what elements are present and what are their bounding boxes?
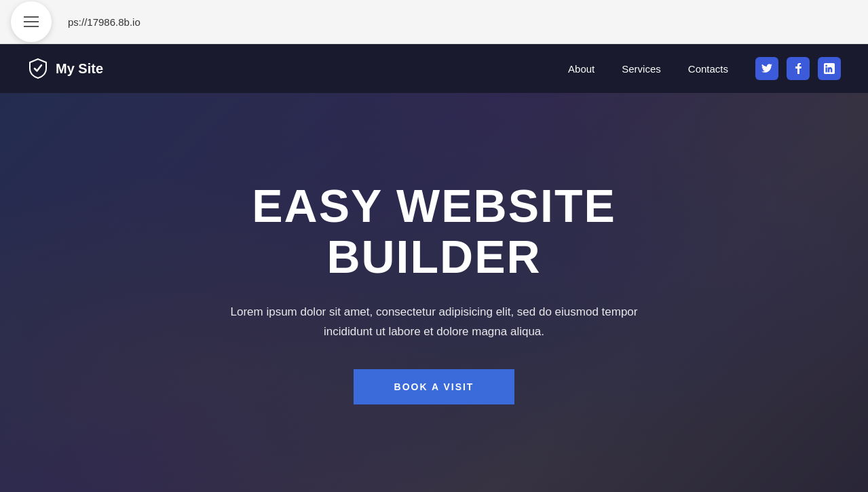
nav-links: About Services Contacts bbox=[568, 63, 728, 75]
twitter-icon[interactable] bbox=[755, 57, 778, 80]
shield-icon bbox=[27, 58, 49, 79]
hero-section: EASY WEBSITE BUILDER Lorem ipsum dolor s… bbox=[0, 93, 868, 492]
linkedin-icon[interactable] bbox=[818, 57, 841, 80]
browser-bar: ps://17986.8b.io bbox=[0, 0, 868, 44]
navbar: My Site About Services Contacts bbox=[0, 44, 868, 93]
hero-title: EASY WEBSITE BUILDER bbox=[252, 181, 616, 282]
nav-link-services[interactable]: Services bbox=[622, 63, 661, 75]
menu-button[interactable] bbox=[11, 1, 52, 42]
hero-content: EASY WEBSITE BUILDER Lorem ipsum dolor s… bbox=[0, 93, 868, 492]
social-icons bbox=[755, 57, 841, 80]
menu-line-2 bbox=[24, 21, 39, 22]
menu-line-1 bbox=[24, 16, 39, 18]
nav-link-about[interactable]: About bbox=[568, 63, 595, 75]
url-bar[interactable]: ps://17986.8b.io bbox=[62, 16, 857, 28]
brand-name: My Site bbox=[56, 61, 103, 77]
hero-subtitle: Lorem ipsum dolor sit amet, consectetur … bbox=[217, 303, 652, 342]
nav-link-contacts[interactable]: Contacts bbox=[688, 63, 728, 75]
cta-button[interactable]: BOOK A VISIT bbox=[354, 369, 515, 404]
menu-line-3 bbox=[24, 26, 39, 27]
brand: My Site bbox=[27, 58, 568, 79]
facebook-icon[interactable] bbox=[787, 57, 810, 80]
